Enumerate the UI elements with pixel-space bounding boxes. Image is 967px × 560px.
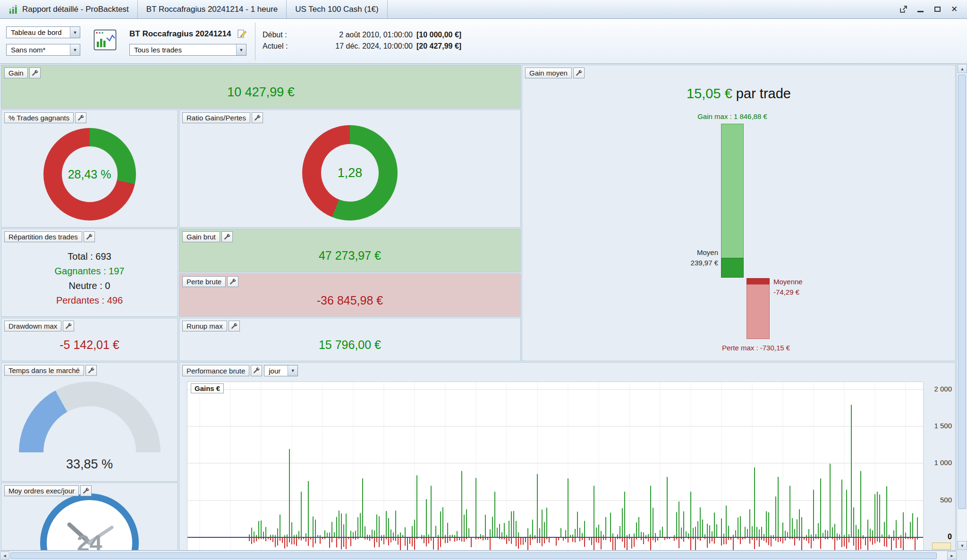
moyenne-value: -74,29 €: [773, 287, 858, 297]
vertical-scroll-thumb[interactable]: [958, 75, 966, 509]
tab-backtest[interactable]: BT Roccafragius 20241214 - 1 heure: [138, 0, 287, 18]
close-button[interactable]: ✕: [949, 4, 959, 15]
view-select-value: Tableau de bord: [11, 28, 62, 36]
ytick-2000: 2 000: [926, 385, 952, 393]
ordres-jour-label: Moy ordres exec/jour: [4, 485, 79, 496]
winrate-value: 28,43 %: [68, 168, 111, 181]
up-arrow-icon: ▲: [960, 67, 965, 71]
actuel-capital: [20 427,99 €]: [416, 42, 461, 51]
winrate-panel-label: % Trades gagnants: [4, 112, 74, 123]
gain-brut-label: Gain brut: [182, 231, 220, 242]
gain-panel: Gain 10 427,99 €: [1, 65, 521, 109]
ytick-1000: 1 000: [926, 458, 952, 467]
debut-date: 2 août 2010, 01:00:00: [294, 31, 413, 39]
temps-marche-settings-button[interactable]: [85, 365, 97, 376]
moyen-label: Moyen: [645, 247, 718, 258]
vertical-scrollbar[interactable]: ▲ ▼: [957, 64, 967, 551]
scroll-left-button[interactable]: ◄: [0, 552, 9, 560]
gain-value: 10 427,99 €: [1, 85, 520, 100]
gain-moyen-headline-suffix: par trade: [732, 86, 791, 101]
gain-max-label: Gain max : 1 846,88 €: [666, 112, 798, 120]
dashboard-report-icon[interactable]: [93, 29, 117, 51]
layout-name-select[interactable]: Sans nom* ▼: [6, 44, 80, 56]
winrate-settings-button[interactable]: [75, 112, 86, 123]
view-select[interactable]: Tableau de bord ▼: [6, 26, 80, 38]
period-value: jour: [269, 367, 280, 375]
gain-panel-label: Gain: [4, 68, 28, 78]
trades-total: Total : 693: [1, 249, 178, 264]
ratio-panel-label: Ratio Gains/Pertes: [182, 112, 250, 123]
performance-chart: [187, 382, 924, 551]
moyenne-labels: Moyenne -74,29 €: [773, 277, 858, 297]
ordres-jour-value: 24: [47, 530, 132, 551]
perte-brute-panel: Perte brute -36 845,98 €: [179, 273, 521, 317]
chevron-down-icon: ▼: [70, 27, 80, 38]
temps-marche-gauge: [19, 382, 161, 452]
gain-moyen-green-bar: [721, 124, 744, 278]
runup-settings-button[interactable]: [229, 321, 240, 331]
tab-instrument[interactable]: US Tech 100 Cash (1€): [287, 0, 387, 18]
gain-moyen-label: Gain moyen: [525, 68, 572, 78]
repartition-panel-label: Répartition des trades: [4, 231, 82, 242]
repartition-settings-button[interactable]: [84, 231, 95, 242]
perte-max-label: Perte max : -730,15 €: [685, 344, 827, 352]
performance-panel: Performance brute jour ▼ Gains € 2 000 1…: [179, 362, 956, 551]
gain-moyen-headline-value: 15,05 €: [687, 86, 732, 101]
left-arrow-icon: ◄: [3, 553, 7, 558]
ordres-jour-panel: Moy ordres exec/jour 24: [1, 483, 178, 551]
ratio-donut: 1,28: [302, 125, 398, 221]
edit-pencil-icon[interactable]: [237, 29, 247, 39]
strategy-title: BT Roccafragius 20241214: [129, 29, 231, 39]
ratio-settings-button[interactable]: [252, 112, 263, 123]
toolbar-separator: [255, 23, 255, 60]
drawdown-settings-button[interactable]: [63, 321, 74, 331]
performance-label: Performance brute: [182, 365, 249, 376]
scroll-up-button[interactable]: ▲: [958, 64, 967, 73]
chevron-down-icon: ▼: [288, 365, 297, 376]
gain-moyen-settings-button[interactable]: [573, 68, 585, 78]
moyenne-label: Moyenne: [773, 277, 858, 287]
scroll-down-button[interactable]: ▼: [958, 541, 967, 550]
gain-moyen-red-bar: [746, 278, 770, 339]
winrate-donut: 28,43 %: [43, 128, 136, 221]
runup-value: 15 796,00 €: [179, 338, 520, 352]
temps-marche-panel: Temps dans le marché 33,85 %: [1, 362, 178, 482]
axis-marker: [932, 543, 951, 550]
trades-filter-select[interactable]: Tous les trades ▼: [129, 44, 246, 56]
gain-settings-button[interactable]: [29, 68, 41, 78]
perte-brute-value: -36 845,98 €: [179, 294, 520, 307]
perte-brute-settings-button[interactable]: [227, 276, 238, 287]
toolbar: Tableau de bord ▼ Sans nom* ▼ BT Roccafr…: [0, 19, 967, 64]
actuel-label: Actuel :: [263, 42, 294, 51]
gain-brut-value: 47 273,97 €: [179, 249, 520, 263]
horizontal-scrollbar[interactable]: ◄ ►: [0, 551, 957, 560]
ytick-500: 500: [926, 496, 952, 504]
debut-capital: [10 000,00 €]: [416, 31, 461, 39]
gain-brut-settings-button[interactable]: [221, 231, 233, 242]
tab-rapport-detaille[interactable]: Rapport détaillé - ProBacktest: [0, 0, 138, 18]
period-select[interactable]: jour ▼: [264, 365, 298, 376]
maximize-button[interactable]: [932, 4, 942, 15]
runup-panel: Runup max 15 796,00 €: [179, 318, 521, 361]
debut-label: Début :: [263, 31, 294, 39]
horizontal-scroll-thumb[interactable]: [10, 552, 937, 559]
tab-label: US Tech 100 Cash (1€): [295, 5, 378, 14]
ordres-jour-settings-button[interactable]: [80, 485, 92, 496]
tab-label: Rapport détaillé - ProBacktest: [22, 5, 129, 14]
ratio-panel: Ratio Gains/Pertes 1,28: [179, 110, 521, 228]
probacktest-window: Rapport détaillé - ProBacktest BT Roccaf…: [0, 0, 967, 560]
gain-moyen-headline: 15,05 € par trade: [522, 86, 955, 102]
trades-gagnantes: Gagnantes : 197: [1, 264, 178, 279]
temps-marche-label: Temps dans le marché: [4, 365, 84, 376]
performance-settings-button[interactable]: [251, 365, 262, 376]
moyen-value: 239,97 €: [645, 258, 718, 268]
scroll-right-button[interactable]: ►: [947, 552, 957, 560]
minimize-button[interactable]: [915, 4, 925, 15]
gain-brut-panel: Gain brut 47 273,97 €: [179, 229, 521, 272]
temps-marche-value: 33,85 %: [1, 457, 178, 472]
runup-label: Runup max: [182, 321, 227, 331]
actuel-date: 17 déc. 2024, 10:00:00: [294, 42, 413, 51]
detach-window-icon[interactable]: [898, 4, 908, 15]
down-arrow-icon: ▼: [960, 543, 965, 548]
drawdown-label: Drawdown max: [4, 321, 61, 331]
